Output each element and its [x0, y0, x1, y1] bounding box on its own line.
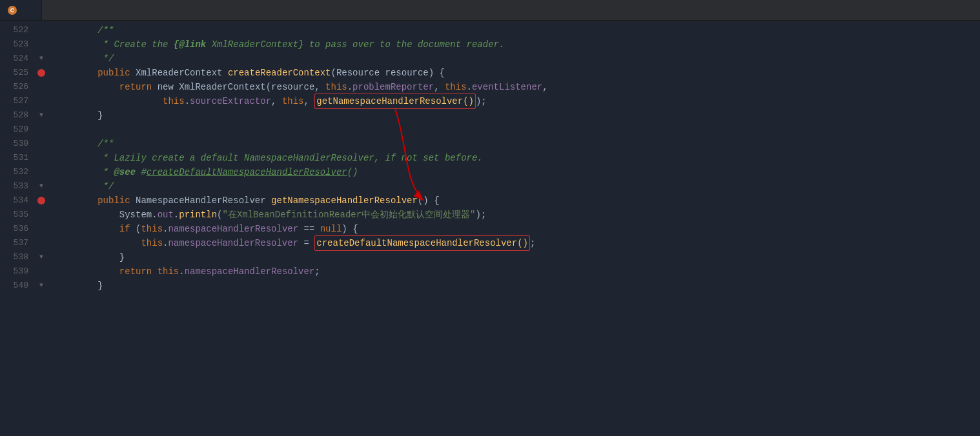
gutter-cell [34, 193, 49, 208]
token: println [179, 208, 217, 222]
gutter-cell: ▼ [34, 108, 49, 123]
token: if [119, 222, 130, 236]
token: sourceExtractor [190, 94, 271, 108]
token: ( [217, 208, 222, 222]
breakpoint-icon[interactable] [37, 197, 45, 204]
fold-arrow-icon[interactable]: ▼ [39, 250, 43, 264]
token: new XmlReaderContext(resource, [152, 80, 325, 94]
line-number: 539 [3, 264, 28, 279]
fold-arrow-icon[interactable]: ▼ [39, 179, 43, 193]
line-number: 522 [3, 23, 28, 37]
line-number: 531 [3, 151, 28, 165]
line-number: 529 [3, 123, 28, 137]
code-line: } [49, 279, 980, 293]
gutter-cell: ▼ [34, 250, 49, 264]
token: * Create the [54, 37, 174, 52]
code-line: public NamespaceHandlerResolver getNames… [49, 193, 980, 208]
line-numbers: 5225235245255265275285295305315325335345… [0, 21, 34, 436]
token: */ [54, 52, 114, 66]
line-number: 538 [3, 250, 28, 264]
token: eventListener [472, 80, 542, 94]
line-number: 535 [3, 208, 28, 222]
token: null [320, 222, 342, 236]
token: to pass over to the document reader. [304, 37, 505, 52]
line-number: 525 [3, 66, 28, 80]
token: } [54, 279, 103, 293]
token: ; [314, 264, 320, 279]
breakpoint-icon[interactable] [37, 69, 45, 77]
token: namespaceHandlerResolver [185, 264, 315, 279]
token: createDefaultNamespaceHandlerResolver [147, 165, 347, 179]
fold-arrow-icon[interactable]: ▼ [39, 52, 43, 66]
token [54, 137, 97, 151]
line-number: 536 [3, 222, 28, 236]
gutter-cell: ▼ [34, 179, 49, 193]
gutter-cell [34, 236, 49, 250]
token: this [141, 222, 163, 236]
token: ); [476, 94, 487, 108]
gutter-cell [34, 23, 49, 37]
gutter-cell [34, 208, 49, 222]
code-line: System.out.println("在XmlBeanDefinitionRe… [49, 208, 980, 222]
token: this [325, 80, 347, 94]
gutter-cell [34, 165, 49, 179]
token: problemReporter [352, 80, 434, 94]
token [54, 236, 141, 250]
token: , [542, 80, 547, 94]
line-number: 540 [3, 279, 28, 293]
token: } [54, 250, 125, 264]
token: # [136, 165, 147, 179]
token: NamespaceHandlerResolver [244, 151, 374, 165]
token: . [179, 264, 184, 279]
gutter-cell [34, 94, 49, 108]
gutter-cell [34, 66, 49, 80]
token: this [445, 80, 467, 94]
token: . [467, 80, 472, 94]
token: == [298, 222, 320, 236]
token: (Resource resource) { [331, 66, 445, 80]
token: namespaceHandlerResolver [168, 236, 298, 250]
token: XmlReaderContext} [206, 37, 303, 52]
tab-bar: C [0, 0, 980, 21]
token: this [158, 264, 179, 279]
gutter-cell [34, 264, 49, 279]
tab-close[interactable] [25, 6, 34, 15]
token: () [347, 165, 358, 179]
token [152, 264, 157, 279]
line-number: 534 [3, 193, 28, 208]
token: return [119, 264, 152, 279]
token [54, 222, 119, 236]
token: @see [114, 165, 136, 179]
token: namespaceHandlerResolver [168, 222, 298, 236]
code-line: * Create the {@link XmlReaderContext} to… [49, 37, 980, 52]
fold-arrow-icon[interactable]: ▼ [39, 279, 43, 293]
token: {@link [174, 37, 206, 52]
fold-arrow-icon[interactable]: ▼ [39, 108, 43, 123]
token: , [434, 80, 445, 94]
token: /** [97, 137, 114, 151]
token: } [54, 108, 103, 123]
code-content: /** * Create the {@link XmlReaderContext… [49, 21, 980, 293]
token: . [347, 80, 352, 94]
code-line: */ [49, 52, 980, 66]
code-line: * Lazily create a default NamespaceHandl… [49, 151, 980, 165]
token: * Lazily create a default [54, 151, 244, 165]
token [54, 23, 97, 37]
highlighted-method-create: createDefaultNamespaceHandlerResolver() [314, 235, 530, 251]
token [54, 94, 163, 108]
token: * [54, 165, 114, 179]
token [54, 66, 97, 80]
code-line: } [49, 250, 980, 264]
code-line: if (this.namespaceHandlerResolver == nul… [49, 222, 980, 236]
code-line: /** [49, 137, 980, 151]
token: . [163, 236, 168, 250]
token: . [163, 222, 168, 236]
token: NamespaceHandlerResolver [130, 193, 271, 208]
gutter-cell: ▼ [34, 52, 49, 66]
gutter: ▼▼▼▼▼ [34, 21, 49, 436]
code-area: 5225235245255265275285295305315325335345… [0, 21, 980, 436]
gutter-cell [34, 123, 49, 137]
line-number: 524 [3, 52, 28, 66]
file-tab[interactable]: C [0, 0, 42, 20]
gutter-cell [34, 151, 49, 165]
